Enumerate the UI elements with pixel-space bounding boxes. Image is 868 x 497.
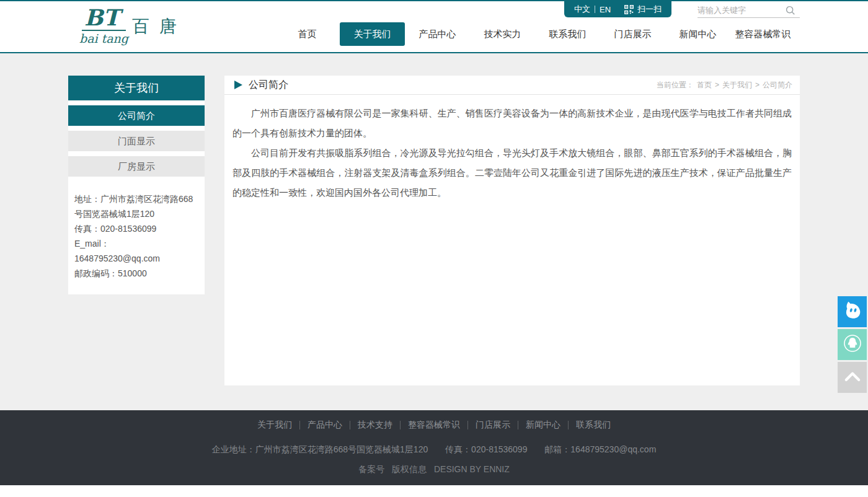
sidebar: 关于我们 公司简介 门面显示 厂房显示 地址：广州市荔湾区花湾路668号国览器械… [68, 76, 205, 294]
qq-contact-button[interactable] [838, 329, 867, 360]
header: BT bai tang 百唐 中文 EN [0, 0, 868, 53]
lang-divider [595, 6, 595, 13]
page-title: 公司简介 [249, 79, 288, 92]
footer-copyright-text: 版权信息 [392, 464, 427, 474]
contact-postcode: 邮政编码：510000 [74, 266, 198, 281]
breadcrumb-separator: > [755, 81, 760, 89]
footer-nav: 关于我们 产品中心 技术支持 整容器械常识 门店展示 新闻中心 联系我们 [0, 410, 868, 431]
nav-item-contact[interactable]: 联系我们 [535, 22, 600, 46]
article-body: 广州市百唐医疗器械有限公司是一家集科研、生产、销售医疗美容设备为一体的高新技术企… [224, 95, 800, 211]
logo-chinese-name: 百唐 [132, 15, 187, 38]
footer-link-stores[interactable]: 门店展示 [468, 420, 518, 431]
lang-en-link[interactable]: EN [600, 5, 611, 14]
footer-link-support[interactable]: 技术支持 [350, 420, 400, 431]
search-box [698, 3, 800, 18]
footer-company-info: 企业地址：广州市荔湾区花湾路668号国览器械城1层120 传真：020-8153… [0, 444, 868, 455]
section-arrow-icon [234, 81, 242, 89]
wangwang-chat-icon [841, 299, 864, 324]
lang-zh-link[interactable]: 中文 [574, 4, 590, 15]
nav-item-news[interactable]: 新闻中心 [665, 22, 730, 46]
footer-link-news[interactable]: 新闻中心 [518, 420, 568, 431]
scan-label[interactable]: 扫一扫 [637, 4, 662, 15]
logo-pinyin: bai tang [79, 32, 128, 45]
qq-penguin-icon [841, 332, 864, 358]
chevron-up-icon [841, 366, 864, 389]
sidebar-title: 关于我们 [68, 76, 205, 100]
sidebar-item-storefront[interactable]: 门面显示 [68, 131, 205, 151]
footer-link-contact[interactable]: 联系我们 [569, 420, 618, 431]
logo-initials: BT [82, 6, 126, 31]
floating-toolbar [838, 296, 867, 395]
contact-address: 地址：广州市荔湾区花湾路668号国览器械城1层120 [74, 191, 198, 221]
sidebar-contact-info: 地址：广州市荔湾区花湾路668号国览器械城1层120 传真：020-815360… [68, 177, 205, 283]
sidebar-item-company-profile[interactable]: 公司简介 [68, 105, 205, 126]
nav-item-stores[interactable]: 门店展示 [600, 22, 665, 46]
footer-icp-link[interactable]: 备案号 [358, 464, 384, 474]
footer-link-knowledge[interactable]: 整容器械常识 [401, 420, 467, 431]
wangwang-chat-button[interactable] [838, 296, 867, 327]
sidebar-item-factory[interactable]: 厂房显示 [68, 156, 205, 177]
main-panel: 公司简介 当前位置： 首页 > 关于我们 > 公司简介 广州市百唐医疗器械有限公… [224, 76, 800, 385]
nav-item-about[interactable]: 关于我们 [340, 22, 405, 46]
footer: 关于我们 产品中心 技术支持 整容器械常识 门店展示 新闻中心 联系我们 企业地… [0, 410, 868, 485]
page: BT bai tang 百唐 中文 EN [0, 0, 868, 497]
footer-copyright: 备案号 版权信息 DESIGN BY ENNIZ [0, 464, 868, 475]
nav-item-tech[interactable]: 技术实力 [470, 22, 535, 46]
brand-logo[interactable]: BT bai tang 百唐 [79, 6, 187, 45]
breadcrumb: 当前位置： 首页 > 关于我们 > 公司简介 [657, 80, 792, 90]
logo-left: BT bai tang [79, 6, 128, 45]
contact-email-label: E_mail： [74, 236, 198, 251]
search-input[interactable] [698, 6, 784, 15]
topbar-badge: 中文 EN 扫一扫 [564, 1, 671, 17]
back-to-top-button[interactable] [838, 362, 867, 393]
footer-link-products[interactable]: 产品中心 [300, 420, 350, 431]
contact-fax: 传真：020-81536099 [74, 221, 198, 236]
breadcrumb-about-link[interactable]: 关于我们 [722, 80, 752, 90]
main-panel-header: 公司简介 当前位置： 首页 > 关于我们 > 公司简介 [224, 76, 800, 95]
main-nav: 首页 关于我们 产品中心 技术实力 联系我们 门店展示 新闻中心 整容器械常识 [275, 22, 795, 46]
breadcrumb-prefix: 当前位置： [657, 80, 694, 90]
breadcrumb-current: 公司简介 [763, 80, 792, 90]
article-paragraph: 公司目前开发有共振吸脂系列组合，冷光源及导光拉勾组合，导光头灯及手术放大镜组合，… [232, 143, 792, 203]
footer-fax: 传真：020-81536099 [445, 444, 527, 454]
breadcrumb-home-link[interactable]: 首页 [697, 80, 712, 90]
nav-item-knowledge[interactable]: 整容器械常识 [730, 22, 795, 46]
qr-code-icon[interactable] [624, 5, 634, 14]
footer-link-about[interactable]: 关于我们 [250, 420, 299, 431]
footer-address: 企业地址：广州市荔湾区花湾路668号国览器械城1层120 [212, 444, 428, 454]
contact-email-value: 1648795230@qq.com [74, 251, 198, 266]
content-area: 关于我们 公司简介 门面显示 厂房显示 地址：广州市荔湾区花湾路668号国览器械… [0, 53, 868, 410]
footer-design-credit: DESIGN BY ENNIZ [434, 464, 510, 474]
search-icon[interactable] [784, 4, 797, 17]
breadcrumb-separator: > [715, 81, 719, 89]
nav-item-products[interactable]: 产品中心 [405, 22, 470, 46]
footer-email: 邮箱：1648795230@qq.com [544, 444, 656, 454]
nav-item-home[interactable]: 首页 [275, 22, 340, 46]
article-paragraph: 广州市百唐医疗器械有限公司是一家集科研、生产、销售医疗美容设备为一体的高新技术企… [232, 103, 792, 143]
